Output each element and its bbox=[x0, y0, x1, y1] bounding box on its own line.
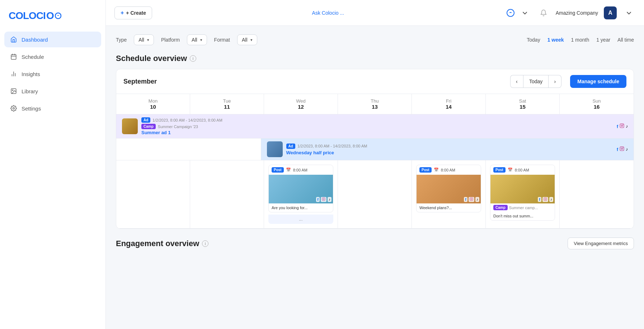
sidebar-item-dashboard[interactable]: Dashboard bbox=[4, 32, 101, 47]
calendar-prev-button[interactable]: ‹ bbox=[510, 75, 523, 88]
engagement-info-icon[interactable]: i bbox=[202, 240, 208, 247]
post-card-1[interactable]: Post 📅 8:00 AM f ♪ bbox=[268, 165, 333, 212]
format-label: Format bbox=[214, 37, 230, 43]
post-time-2: 8:00 AM bbox=[441, 168, 455, 172]
post-card-3[interactable]: Post 📅 8:00 AM f ♪ bbox=[490, 165, 555, 221]
calendar-icon bbox=[10, 53, 17, 60]
sidebar-item-insights[interactable]: Insights bbox=[4, 66, 101, 82]
sidebar-item-label: Insights bbox=[22, 71, 40, 77]
calendar-card: September ‹ Today › Manage schedule Mon … bbox=[116, 69, 634, 229]
sidebar-nav: Dashboard Schedule Insights Library Sett… bbox=[0, 32, 105, 116]
avatar[interactable]: A bbox=[604, 6, 617, 19]
account-chevron-icon[interactable] bbox=[622, 6, 635, 19]
facebook-icon: f bbox=[617, 124, 618, 129]
svg-point-14 bbox=[623, 124, 623, 125]
time-filter-group: Today 1 week 1 month 1 year All time bbox=[527, 37, 634, 43]
logo-icon-group[interactable] bbox=[504, 6, 531, 19]
event-wednesday-half-price[interactable]: Ad 1/2/2023, 8:00 AM - 14/2/2023, 8:00 A… bbox=[261, 138, 634, 160]
camp-badge-3: Camp bbox=[493, 205, 508, 210]
day-header-fri: Fri 14 bbox=[412, 94, 486, 114]
day-header-tue: Tue 11 bbox=[190, 94, 264, 114]
platform-select[interactable]: All ▾ bbox=[187, 34, 207, 45]
svg-rect-1 bbox=[11, 55, 16, 60]
plus-icon: + bbox=[121, 10, 124, 16]
platform-label: Platform bbox=[161, 37, 180, 43]
top-header: + + Create Ask Colocio ... Amazing Compa… bbox=[106, 0, 644, 26]
post-caption-1: Are you looking for... bbox=[269, 203, 333, 212]
schedule-info-icon[interactable]: i bbox=[190, 55, 196, 62]
time-filter-month[interactable]: 1 month bbox=[571, 37, 589, 43]
calendar-header: September ‹ Today › Manage schedule bbox=[116, 69, 634, 94]
instagram-icon bbox=[620, 123, 624, 129]
calendar-next-button[interactable]: › bbox=[549, 75, 561, 88]
time-filter-today[interactable]: Today bbox=[527, 37, 540, 43]
manage-schedule-button[interactable]: Manage schedule bbox=[570, 75, 626, 88]
sidebar-item-settings[interactable]: Settings bbox=[4, 100, 101, 116]
engagement-title-area: Engagement overview i bbox=[116, 239, 208, 248]
main-area: + + Create Ask Colocio ... Amazing Compa… bbox=[106, 0, 644, 329]
event-row-2: Ad 1/2/2023, 8:00 AM - 14/2/2023, 8:00 A… bbox=[116, 138, 634, 160]
event-summer-ad-1[interactable]: Ad 1/2/2023, 8:00 AM - 14/2/2023, 8:00 A… bbox=[116, 114, 634, 138]
sidebar-item-label: Schedule bbox=[22, 54, 44, 60]
day-header-sun: Sun 16 bbox=[560, 94, 634, 114]
svg-point-16 bbox=[621, 148, 622, 149]
svg-rect-12 bbox=[620, 124, 624, 128]
create-button[interactable]: + + Create bbox=[114, 6, 152, 19]
svg-rect-22 bbox=[544, 198, 547, 201]
event-title-2: Wednesday half price bbox=[286, 150, 613, 155]
view-engagement-metrics-button[interactable]: View Engagement metrics bbox=[568, 238, 634, 249]
format-select[interactable]: All ▾ bbox=[237, 34, 257, 45]
post-card-2[interactable]: Post 📅 8:00 AM f ♪ bbox=[416, 165, 481, 212]
image-icon bbox=[10, 88, 17, 95]
format-chevron-icon: ▾ bbox=[250, 38, 253, 42]
type-select[interactable]: All ▾ bbox=[134, 34, 154, 45]
company-name: Amazing Company bbox=[556, 10, 598, 16]
header-right-area: Amazing Company A bbox=[504, 6, 635, 19]
day-header-mon: Mon 10 bbox=[116, 94, 190, 114]
svg-rect-20 bbox=[470, 198, 473, 201]
post-badge-3: Post bbox=[493, 167, 506, 173]
colocio-icon[interactable] bbox=[504, 6, 517, 19]
event-details: Ad 1/2/2023, 8:00 AM - 14/2/2023, 8:00 A… bbox=[141, 117, 613, 135]
more-posts-button[interactable]: ... bbox=[268, 215, 333, 224]
calendar-today-button[interactable]: Today bbox=[523, 75, 549, 88]
post-time-3: 8:00 AM bbox=[515, 168, 529, 172]
event-title: Summer ad 1 bbox=[141, 130, 613, 135]
svg-point-19 bbox=[323, 198, 324, 199]
engagement-section: Engagement overview i View Engagement me… bbox=[116, 238, 634, 249]
tiktok-icon-2: ♪ bbox=[626, 147, 628, 152]
type-label: Type bbox=[116, 37, 127, 43]
bar-chart-icon bbox=[10, 70, 17, 77]
settings-icon bbox=[10, 105, 17, 112]
time-filter-year[interactable]: 1 year bbox=[596, 37, 610, 43]
event-details-2: Ad 1/2/2023, 8:00 AM - 14/2/2023, 8:00 A… bbox=[286, 144, 613, 155]
time-filter-alltime[interactable]: All time bbox=[617, 37, 634, 43]
calendar-nav: ‹ Today › bbox=[510, 75, 561, 88]
sidebar-item-library[interactable]: Library bbox=[4, 83, 101, 99]
post-cards-row: Post 📅 8:00 AM f ♪ bbox=[116, 160, 634, 229]
type-chevron-icon: ▾ bbox=[147, 38, 149, 42]
day-header-wed: Wed 12 bbox=[264, 94, 338, 114]
svg-rect-15 bbox=[620, 147, 624, 151]
time-filter-week[interactable]: 1 week bbox=[547, 37, 564, 43]
post-badge-2: Post bbox=[419, 167, 432, 173]
tiktok-icon: ♪ bbox=[626, 124, 628, 129]
sidebar-item-schedule[interactable]: Schedule bbox=[4, 49, 101, 65]
post-time-1: 8:00 AM bbox=[293, 168, 307, 172]
sidebar-item-label: Settings bbox=[22, 105, 41, 112]
schedule-section-title: Schedule overview i bbox=[116, 54, 634, 63]
post-badge-1: Post bbox=[272, 167, 284, 173]
bell-icon[interactable] bbox=[537, 6, 550, 19]
svg-point-23 bbox=[545, 198, 546, 199]
post-caption-2: Weekend plans?... bbox=[417, 203, 481, 212]
ad-badge-2: Ad bbox=[286, 144, 295, 149]
ask-colocio-input[interactable]: Ask Colocio ... bbox=[158, 10, 498, 16]
platform-chevron-icon: ▾ bbox=[200, 38, 202, 42]
sat-post-cell: Post 📅 8:00 AM f ♪ bbox=[486, 160, 560, 228]
fri-post-cell: Post 📅 8:00 AM f ♪ bbox=[412, 160, 486, 228]
chevron-down-icon[interactable] bbox=[518, 6, 531, 19]
sidebar-item-label: Dashboard bbox=[22, 37, 48, 43]
post-image-2: f ♪ bbox=[417, 175, 481, 203]
mon-empty-cell bbox=[116, 160, 190, 228]
svg-point-21 bbox=[471, 198, 472, 199]
